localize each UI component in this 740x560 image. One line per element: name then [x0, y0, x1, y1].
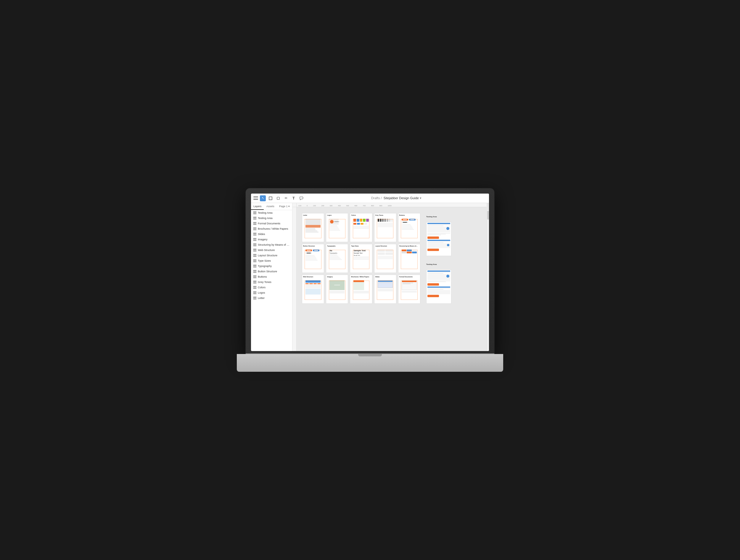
- svg-rect-1: [277, 197, 279, 199]
- sidebar-item-web-structure[interactable]: Web Structure: [251, 248, 292, 253]
- grid-icon: [253, 297, 256, 299]
- sidebar-item-slides[interactable]: Slides: [251, 231, 292, 237]
- sidebar-item-label: Logos: [258, 291, 265, 294]
- sidebar-item-letter[interactable]: Letter: [251, 295, 292, 301]
- ruler-corner: [292, 203, 297, 207]
- page-thumb-6[interactable]: TypographyAaTypography: [326, 244, 348, 273]
- scrollbar-vertical[interactable]: [487, 210, 489, 351]
- select-tool[interactable]: ↖: [260, 195, 266, 201]
- sidebar-item-label: Typography: [258, 265, 272, 268]
- laptop-screen: ↖ ✏ T 💬 Drafts / Sitejabber Design Gui: [251, 194, 489, 351]
- comment-tool[interactable]: 💬: [298, 195, 304, 201]
- grid-icon: [253, 265, 256, 268]
- app-body: Layers Assets Page 1 ▾ Testing AreaTesti…: [251, 203, 489, 351]
- page-thumb-8[interactable]: Layout Structure: [374, 244, 396, 273]
- sidebar-item-label: Structuring by Means of Tiles: [258, 243, 290, 246]
- grid-icon: [253, 281, 256, 284]
- breadcrumb-prefix: Drafts /: [371, 196, 382, 200]
- sidebar-tabs: Layers Assets Page 1 ▾: [251, 203, 292, 210]
- page-thumb-2[interactable]: Colors: [350, 213, 372, 242]
- sidebar-item-testing-area-1[interactable]: Testing Area: [251, 210, 292, 215]
- laptop-base: [237, 354, 503, 372]
- testing-area-label-1: Testing Area: [426, 213, 451, 218]
- page-thumb-4[interactable]: Buttons: [398, 213, 420, 242]
- sidebar-item-structuring-by-means[interactable]: Structuring by Means of Tiles: [251, 242, 292, 248]
- sidebar-item-label: Slides: [258, 232, 265, 236]
- page-thumb-1[interactable]: Logossitejabber: [326, 213, 348, 242]
- toolbar-breadcrumb: Drafts / Sitejabber Design Guide ▾: [306, 196, 487, 200]
- grid-icon: [253, 291, 256, 294]
- grid-icon: [253, 275, 256, 278]
- sidebar-item-imagery[interactable]: Imagery: [251, 237, 292, 242]
- sidebar-item-label: Imagery: [258, 238, 268, 241]
- scrollbar-thumb: [487, 211, 489, 220]
- grid-icon: [253, 249, 256, 252]
- menu-icon[interactable]: [253, 196, 258, 201]
- testing-area-label-2: Testing Area: [426, 261, 451, 266]
- page-thumb-3[interactable]: Grey Tones: [374, 213, 396, 242]
- sidebar-item-label: Brochures / White Papers: [258, 227, 288, 230]
- sidebar-item-colors[interactable]: Colors: [251, 285, 292, 290]
- grid-icon: [253, 227, 256, 230]
- laptop-bezel: ↖ ✏ T 💬 Drafts / Sitejabber Design Gui: [246, 188, 494, 354]
- page-thumb-7[interactable]: Type SizesSample TextSample TextSample T…: [350, 244, 372, 273]
- sidebar-item-buttons[interactable]: Buttons: [251, 274, 292, 279]
- ruler-vertical: [292, 207, 297, 351]
- sidebar-item-label: Type Sizes: [258, 259, 271, 262]
- grid-icon: [253, 254, 256, 257]
- shape-tool[interactable]: [275, 195, 281, 201]
- page-thumb-9[interactable]: Structuring by Means of...: [398, 244, 420, 273]
- sidebar-item-label: Testing Area: [258, 217, 273, 220]
- app-toolbar: ↖ ✏ T 💬 Drafts / Sitejabber Design Gui: [251, 194, 489, 203]
- page-thumb-11[interactable]: Imagery: [326, 275, 348, 304]
- pen-tool[interactable]: ✏: [283, 195, 289, 201]
- grid-icon: [253, 222, 256, 225]
- sidebar-item-button-structure[interactable]: Button Structure: [251, 269, 292, 274]
- frame-tool[interactable]: [268, 195, 274, 201]
- page-thumb-0[interactable]: Letter: [302, 213, 324, 242]
- svg-rect-0: [269, 197, 272, 200]
- canvas-scroll[interactable]: LetterLogossitejabberColorsGrey TonesBut…: [297, 207, 487, 351]
- sidebar-items-list: Testing AreaTesting AreaFormal Documents…: [251, 210, 292, 351]
- sidebar-item-typography[interactable]: Typography: [251, 263, 292, 269]
- grid-icon: [253, 238, 256, 241]
- sidebar-item-grey-tones[interactable]: Grey Tones: [251, 279, 292, 285]
- page-thumb-14[interactable]: Formal Documents: [398, 275, 420, 304]
- text-tool[interactable]: T: [291, 195, 297, 201]
- sidebar-item-label: Letter: [258, 297, 265, 299]
- page-thumb-12[interactable]: Brochures / White Papers: [350, 275, 372, 304]
- laptop-wrapper: ↖ ✏ T 💬 Drafts / Sitejabber Design Gui: [237, 188, 503, 372]
- sidebar-item-type-sizes[interactable]: Type Sizes: [251, 258, 292, 263]
- sidebar-page-label[interactable]: Page 1 ▾: [277, 203, 292, 210]
- testing-area-frame-1[interactable]: [426, 222, 451, 256]
- sidebar-tab-layers[interactable]: Layers: [251, 203, 264, 210]
- canvas-area[interactable]: -100 0 100 200 300 400 500 600 700 800 9…: [292, 203, 489, 351]
- sidebar: Layers Assets Page 1 ▾ Testing AreaTesti…: [251, 203, 292, 351]
- grid-icon: [253, 217, 256, 220]
- sidebar-item-label: Buttons: [258, 275, 267, 278]
- sidebar-item-layout-structure[interactable]: Layout Structure: [251, 253, 292, 258]
- sidebar-item-brochures-white-papers[interactable]: Brochures / White Papers: [251, 226, 292, 231]
- right-panel: Testing Area: [426, 210, 454, 307]
- page-thumb-10[interactable]: Web Structure: [302, 275, 324, 304]
- page-thumb-5[interactable]: Button Structure: [302, 244, 324, 273]
- testing-area-frame-2[interactable]: [426, 270, 451, 304]
- dropdown-icon: ▾: [420, 196, 422, 200]
- grid-icon: [253, 259, 256, 262]
- sidebar-item-logos[interactable]: Logos: [251, 290, 292, 295]
- grid-icon: [253, 270, 256, 273]
- pages-grid: LetterLogossitejabberColorsGrey TonesBut…: [299, 210, 423, 307]
- sidebar-item-label: Layout Structure: [258, 254, 277, 257]
- sidebar-item-label: Web Structure: [258, 249, 275, 252]
- grid-icon: [253, 211, 256, 214]
- sidebar-tab-assets[interactable]: Assets: [264, 203, 276, 210]
- ruler-horizontal: -100 0 100 200 300 400 500 600 700 800 9…: [297, 203, 487, 207]
- grid-icon: [253, 232, 256, 236]
- sidebar-item-formal-documents[interactable]: Formal Documents: [251, 221, 292, 226]
- page-thumb-13[interactable]: Slides: [374, 275, 396, 304]
- sidebar-item-testing-area-2[interactable]: Testing Area: [251, 215, 292, 221]
- sidebar-item-label: Grey Tones: [258, 281, 271, 284]
- grid-icon: [253, 243, 256, 246]
- sidebar-item-label: Formal Documents: [258, 222, 280, 225]
- grid-icon: [253, 286, 256, 289]
